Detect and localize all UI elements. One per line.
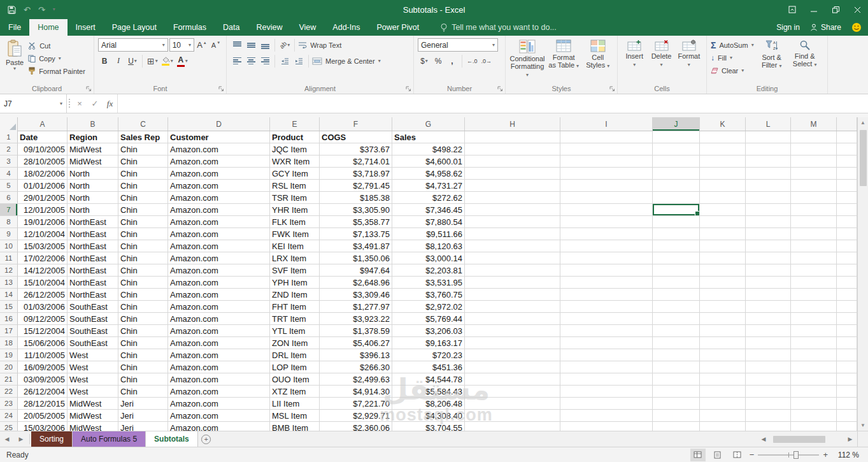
- cell-L3[interactable]: [746, 155, 791, 168]
- cell-D3[interactable]: Amazon.com: [168, 155, 270, 168]
- cell-A3[interactable]: 28/10/2005: [18, 155, 68, 168]
- ribbon-tab-formulas[interactable]: Formulas: [165, 19, 215, 36]
- cell-A7[interactable]: 12/01/2005: [18, 204, 68, 216]
- row-header-10[interactable]: 10: [0, 240, 18, 252]
- cell-K14[interactable]: [700, 289, 746, 301]
- cell-L19[interactable]: [746, 349, 791, 361]
- cell-L16[interactable]: [746, 313, 791, 325]
- cell-B19[interactable]: West: [68, 349, 118, 361]
- cell-F5[interactable]: $2,791.45: [320, 180, 392, 192]
- sheet-tab-auto-formulas-5[interactable]: Auto Formulas 5: [73, 431, 146, 447]
- cell-E15[interactable]: FHT Item: [270, 301, 320, 313]
- cell-B24[interactable]: MidWest: [68, 410, 118, 422]
- cell-F9[interactable]: $7,133.75: [320, 228, 392, 240]
- cell-J21[interactable]: [653, 373, 700, 386]
- number-dialog-launcher[interactable]: [497, 86, 503, 92]
- cell-C6[interactable]: Chin: [118, 192, 168, 204]
- row-header-1[interactable]: 1: [0, 131, 18, 143]
- ribbon-tab-view[interactable]: View: [290, 19, 324, 36]
- cell-C8[interactable]: Chin: [118, 216, 168, 228]
- cell-K17[interactable]: [700, 325, 746, 337]
- row-header-18[interactable]: 18: [0, 337, 18, 349]
- cell-I23[interactable]: [560, 398, 653, 410]
- cell-H5[interactable]: [465, 180, 560, 192]
- cell-M23[interactable]: [791, 398, 837, 410]
- cell-E21[interactable]: OUO Item: [270, 373, 320, 386]
- cell-E17[interactable]: YTL Item: [270, 325, 320, 337]
- cell-L6[interactable]: [746, 192, 791, 204]
- bold-button[interactable]: B: [98, 54, 111, 68]
- cell-I4[interactable]: [560, 168, 653, 180]
- cell-M20[interactable]: [791, 361, 837, 373]
- cell-C3[interactable]: Chin: [118, 155, 168, 168]
- cell-J25[interactable]: [653, 422, 700, 431]
- middle-align-button[interactable]: [245, 38, 257, 52]
- cell-C11[interactable]: Chin: [118, 252, 168, 264]
- cell-K15[interactable]: [700, 301, 746, 313]
- cell-H14[interactable]: [465, 289, 560, 301]
- cell-E3[interactable]: WXR Item: [270, 155, 320, 168]
- cell-B23[interactable]: MidWest: [68, 398, 118, 410]
- format-cells-button[interactable]: Format ▾: [676, 38, 702, 83]
- cell-J12[interactable]: [653, 264, 700, 277]
- cell-D17[interactable]: Amazon.com: [168, 325, 270, 337]
- cell-D25[interactable]: Amazon.com: [168, 422, 270, 431]
- cell-I8[interactable]: [560, 216, 653, 228]
- font-color-button[interactable]: A▾: [176, 54, 189, 68]
- column-header-I[interactable]: I: [560, 117, 653, 131]
- vertical-scroll-thumb[interactable]: [860, 130, 867, 186]
- sheet-nav-next[interactable]: ▶: [14, 431, 28, 447]
- cell-J4[interactable]: [653, 168, 700, 180]
- row-header-19[interactable]: 19: [0, 349, 18, 361]
- cell-C22[interactable]: Chin: [118, 386, 168, 398]
- sheet-tab-sorting[interactable]: Sorting: [31, 431, 73, 447]
- cell-F20[interactable]: $266.30: [320, 361, 392, 373]
- redo-button[interactable]: ↷: [38, 5, 45, 15]
- cell-I10[interactable]: [560, 240, 653, 252]
- insert-function-button[interactable]: fx: [103, 94, 118, 113]
- decrease-decimal-button[interactable]: .0→: [480, 54, 494, 68]
- row-header-4[interactable]: 4: [0, 168, 18, 180]
- cell-M19[interactable]: [791, 349, 837, 361]
- fill-color-button[interactable]: ▾: [160, 54, 174, 68]
- cell-K4[interactable]: [700, 168, 746, 180]
- cell-A23[interactable]: 28/12/2015: [18, 398, 68, 410]
- cell-D10[interactable]: Amazon.com: [168, 240, 270, 252]
- minimize-button[interactable]: [803, 0, 825, 19]
- column-header-A[interactable]: A: [18, 117, 68, 131]
- cell-M14[interactable]: [791, 289, 837, 301]
- cell-C1[interactable]: Sales Rep: [118, 131, 168, 143]
- row-header-23[interactable]: 23: [0, 398, 18, 410]
- cell-J5[interactable]: [653, 180, 700, 192]
- cell-G22[interactable]: $5,584.43: [392, 386, 465, 398]
- cell-H20[interactable]: [465, 361, 560, 373]
- row-header-17[interactable]: 17: [0, 325, 18, 337]
- cell-D23[interactable]: Amazon.com: [168, 398, 270, 410]
- cell-I24[interactable]: [560, 410, 653, 422]
- cell-F15[interactable]: $1,277.97: [320, 301, 392, 313]
- cell-F2[interactable]: $373.67: [320, 143, 392, 155]
- cell-E2[interactable]: JQC Item: [270, 143, 320, 155]
- cell-D8[interactable]: Amazon.com: [168, 216, 270, 228]
- cell-K12[interactable]: [700, 264, 746, 277]
- row-header-6[interactable]: 6: [0, 192, 18, 204]
- cell-A12[interactable]: 14/12/2005: [18, 264, 68, 277]
- cell-I2[interactable]: [560, 143, 653, 155]
- cell-J23[interactable]: [653, 398, 700, 410]
- cell-K2[interactable]: [700, 143, 746, 155]
- cell-E25[interactable]: BMB Item: [270, 422, 320, 431]
- cell-H23[interactable]: [465, 398, 560, 410]
- cell-K24[interactable]: [700, 410, 746, 422]
- cell-M10[interactable]: [791, 240, 837, 252]
- cell-M22[interactable]: [791, 386, 837, 398]
- cell-A15[interactable]: 01/03/2006: [18, 301, 68, 313]
- cell-H1[interactable]: [465, 131, 560, 143]
- cell-A17[interactable]: 15/12/2004: [18, 325, 68, 337]
- find-select-button[interactable]: Find & Select ▾: [790, 38, 820, 83]
- cell-K9[interactable]: [700, 228, 746, 240]
- cell-L15[interactable]: [746, 301, 791, 313]
- cell-E1[interactable]: Product: [270, 131, 320, 143]
- cell-J14[interactable]: [653, 289, 700, 301]
- cell-G25[interactable]: $3,704.55: [392, 422, 465, 431]
- cell-A16[interactable]: 09/12/2005: [18, 313, 68, 325]
